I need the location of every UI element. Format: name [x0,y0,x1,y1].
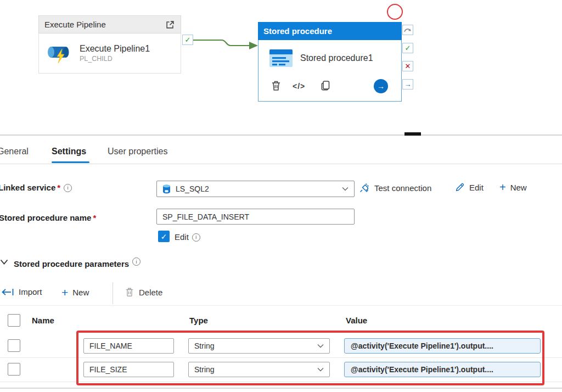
stored-procedure-node[interactable]: Stored procedure Stored procedure1 [258,22,402,102]
import-parameters-button[interactable]: Import [1,287,42,296]
edit-checkbox-label: Editi [175,232,200,242]
execute-pipeline-type-label: Execute Pipeline [44,20,106,29]
edit-linked-service-button[interactable]: Edit [455,182,484,192]
execute-pipeline-ref: PL_CHILD [80,55,150,63]
linked-service-dropdown[interactable]: LS_SQL2 [156,181,355,197]
delete-parameter-button[interactable]: Delete [125,287,162,298]
annotation-rectangle [76,331,544,385]
completion-arrow-icon: → [404,81,412,88]
tab-settings[interactable]: Settings [52,147,86,156]
linked-service-value: LS_SQL2 [176,184,209,193]
tab-general[interactable]: General [0,147,29,156]
parameters-section-title[interactable]: Stored procedure parametersi [14,257,140,268]
test-connection-button[interactable]: Test connection [359,182,431,193]
clone-activity-icon[interactable] [320,80,331,92]
delete-label: Delete [139,288,162,297]
success-port[interactable]: ✓ [402,43,413,53]
edit-checkbox[interactable]: ✓ [158,231,170,242]
import-label: Import [19,287,42,296]
skip-arrow-icon [404,27,412,33]
panel-splitter[interactable] [0,135,562,136]
plug-icon [359,182,370,193]
import-arrow-icon [1,288,14,296]
pencil-icon [455,182,465,192]
tab-divider [0,164,562,164]
execute-pipeline-name: Execute Pipeline1 [80,44,150,54]
edit-label: Edit [469,183,484,192]
execute-pipeline-node[interactable]: Execute Pipeline Execute Pipeline1 PL_CH… [38,15,181,74]
trash-icon [125,287,134,298]
completion-port[interactable]: → [402,79,413,89]
linked-service-label: Linked service*i [0,183,72,192]
stored-procedure-name-label: Stored procedure1 [300,53,373,63]
info-icon: i [64,184,72,192]
arrow-right-icon: → [377,82,385,91]
stored-procedure-type-label: Stored procedure [263,26,332,36]
plus-icon: + [61,287,68,298]
new-linked-service-button[interactable]: + New [499,182,527,193]
stored-procedure-name-input[interactable] [156,209,355,225]
execute-pipeline-success-port[interactable]: ✓ [182,35,193,45]
column-header-name: Name [32,316,54,325]
info-icon: i [132,257,140,266]
panel-drag-handle[interactable] [404,132,421,136]
toolbar-divider [113,282,113,304]
column-header-type: Type [189,316,208,325]
add-next-activity-button[interactable]: → [374,79,388,93]
annotation-circle [387,4,403,20]
bottom-divider [0,388,562,389]
stored-procedure-name-label: Stored procedure name* [0,213,96,222]
row-checkbox[interactable] [8,339,20,352]
active-tab-underline [52,161,89,163]
new-parameter-label: New [72,288,89,297]
success-check-icon: ✓ [185,36,191,43]
failure-x-icon: ✕ [405,63,411,70]
delete-activity-icon[interactable] [271,80,282,92]
chevron-down-icon [342,187,349,191]
table-top-divider [0,305,562,306]
success-check-icon: ✓ [405,44,411,52]
skip-port[interactable] [402,25,413,35]
checkbox-check-icon: ✓ [161,232,167,241]
sql-database-icon [162,184,171,194]
plus-icon: + [499,182,506,193]
test-connection-label: Test connection [374,183,431,193]
new-parameter-button[interactable]: + New [61,287,89,298]
select-all-checkbox[interactable] [8,314,20,327]
collapse-chevron-icon[interactable] [0,259,8,265]
new-label: New [510,183,527,192]
info-icon: i [192,233,200,242]
code-icon[interactable]: </> [293,82,305,91]
row-checkbox[interactable] [8,363,20,376]
stored-procedure-icon [268,47,294,69]
tab-user-properties[interactable]: User properties [108,147,167,156]
adf-pipeline-editor: Execute Pipeline Execute Pipeline1 PL_CH… [0,0,562,392]
open-pipeline-icon[interactable] [165,20,175,30]
failure-port[interactable]: ✕ [402,61,413,71]
column-header-value: Value [346,316,367,325]
execute-pipeline-icon [46,42,72,65]
